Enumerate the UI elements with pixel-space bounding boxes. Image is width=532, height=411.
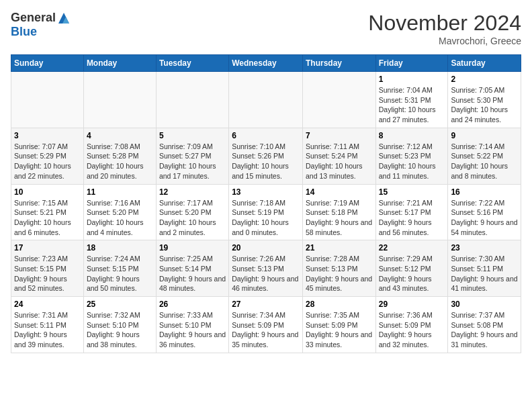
day-info: Sunrise: 7:31 AM Sunset: 5:11 PM Dayligh… [14,310,81,350]
day-info: Sunrise: 7:14 AM Sunset: 5:22 PM Dayligh… [451,142,518,181]
calendar-cell: 16Sunrise: 7:22 AM Sunset: 5:16 PM Dayli… [448,184,521,240]
weekday-header-sunday: Sunday [11,55,84,72]
calendar-cell: 20Sunrise: 7:26 AM Sunset: 5:13 PM Dayli… [229,240,303,297]
month-title: November 2024 [368,11,521,36]
calendar-cell: 9Sunrise: 7:14 AM Sunset: 5:22 PM Daylig… [448,128,521,184]
day-info: Sunrise: 7:19 AM Sunset: 5:18 PM Dayligh… [306,198,373,238]
calendar-cell: 7Sunrise: 7:11 AM Sunset: 5:24 PM Daylig… [302,128,375,184]
day-number: 20 [232,243,300,253]
calendar-cell: 5Sunrise: 7:09 AM Sunset: 5:27 PM Daylig… [156,128,228,184]
logo-icon [57,11,71,25]
calendar-week-4: 17Sunrise: 7:23 AM Sunset: 5:15 PM Dayli… [11,240,521,297]
day-info: Sunrise: 7:37 AM Sunset: 5:08 PM Dayligh… [451,310,518,350]
calendar-cell: 15Sunrise: 7:21 AM Sunset: 5:17 PM Dayli… [375,184,448,240]
day-info: Sunrise: 7:26 AM Sunset: 5:13 PM Dayligh… [232,254,300,293]
calendar-cell: 26Sunrise: 7:33 AM Sunset: 5:10 PM Dayli… [156,297,228,353]
calendar-cell: 28Sunrise: 7:35 AM Sunset: 5:09 PM Dayli… [302,297,375,353]
calendar-cell: 30Sunrise: 7:37 AM Sunset: 5:08 PM Dayli… [448,297,521,353]
day-number: 13 [232,187,300,197]
day-info: Sunrise: 7:16 AM Sunset: 5:20 PM Dayligh… [87,198,153,238]
calendar-cell: 24Sunrise: 7:31 AM Sunset: 5:11 PM Dayli… [11,297,84,353]
calendar-week-1: 1Sunrise: 7:04 AM Sunset: 5:31 PM Daylig… [11,72,521,128]
day-number: 17 [14,243,81,253]
day-info: Sunrise: 7:24 AM Sunset: 5:15 PM Dayligh… [87,254,153,293]
title-block: November 2024 Mavrochori, Greece [368,11,521,46]
day-number: 9 [451,131,518,140]
day-number: 11 [87,187,153,197]
calendar-cell: 12Sunrise: 7:17 AM Sunset: 5:20 PM Dayli… [156,184,228,240]
calendar-cell: 3Sunrise: 7:07 AM Sunset: 5:29 PM Daylig… [11,128,84,184]
day-info: Sunrise: 7:32 AM Sunset: 5:10 PM Dayligh… [87,310,153,350]
day-number: 28 [306,300,373,309]
calendar-cell [83,72,156,128]
calendar-cell [11,72,84,128]
day-info: Sunrise: 7:05 AM Sunset: 5:30 PM Dayligh… [451,85,518,125]
day-info: Sunrise: 7:28 AM Sunset: 5:13 PM Dayligh… [306,254,373,293]
day-info: Sunrise: 7:25 AM Sunset: 5:14 PM Dayligh… [159,254,226,293]
day-info: Sunrise: 7:09 AM Sunset: 5:27 PM Dayligh… [159,142,226,181]
day-info: Sunrise: 7:08 AM Sunset: 5:28 PM Dayligh… [87,142,153,181]
day-number: 30 [451,300,518,309]
day-number: 12 [159,187,226,197]
day-info: Sunrise: 7:11 AM Sunset: 5:24 PM Dayligh… [306,142,373,181]
weekday-header-tuesday: Tuesday [156,55,228,72]
day-number: 6 [232,131,300,140]
day-number: 24 [14,300,81,309]
calendar-cell: 1Sunrise: 7:04 AM Sunset: 5:31 PM Daylig… [375,72,448,128]
day-number: 3 [14,131,81,140]
logo-blue-text: Blue [11,25,37,39]
page-header: General Blue November 2024 Mavrochori, G… [11,11,521,46]
day-number: 19 [159,243,226,253]
day-number: 14 [306,187,373,197]
calendar-week-5: 24Sunrise: 7:31 AM Sunset: 5:11 PM Dayli… [11,297,521,353]
day-number: 18 [87,243,153,253]
calendar-cell: 2Sunrise: 7:05 AM Sunset: 5:30 PM Daylig… [448,72,521,128]
day-info: Sunrise: 7:35 AM Sunset: 5:09 PM Dayligh… [306,310,373,350]
calendar-cell: 21Sunrise: 7:28 AM Sunset: 5:13 PM Dayli… [302,240,375,297]
day-info: Sunrise: 7:30 AM Sunset: 5:11 PM Dayligh… [451,254,518,293]
calendar-cell: 29Sunrise: 7:36 AM Sunset: 5:09 PM Dayli… [375,297,448,353]
calendar-cell: 8Sunrise: 7:12 AM Sunset: 5:23 PM Daylig… [375,128,448,184]
day-number: 29 [379,300,445,309]
day-number: 21 [306,243,373,253]
calendar-cell [229,72,303,128]
day-info: Sunrise: 7:18 AM Sunset: 5:19 PM Dayligh… [232,198,300,238]
weekday-header-thursday: Thursday [302,55,375,72]
calendar-cell: 11Sunrise: 7:16 AM Sunset: 5:20 PM Dayli… [83,184,156,240]
calendar-cell: 25Sunrise: 7:32 AM Sunset: 5:10 PM Dayli… [83,297,156,353]
logo-general-text: General [11,11,56,25]
calendar-week-3: 10Sunrise: 7:15 AM Sunset: 5:21 PM Dayli… [11,184,521,240]
day-info: Sunrise: 7:15 AM Sunset: 5:21 PM Dayligh… [14,198,81,238]
weekday-header-saturday: Saturday [448,55,521,72]
day-info: Sunrise: 7:29 AM Sunset: 5:12 PM Dayligh… [379,254,445,293]
calendar-cell: 10Sunrise: 7:15 AM Sunset: 5:21 PM Dayli… [11,184,84,240]
day-number: 22 [379,243,445,253]
calendar-cell [156,72,228,128]
weekday-header-row: SundayMondayTuesdayWednesdayThursdayFrid… [11,55,521,72]
location-subtitle: Mavrochori, Greece [368,36,521,46]
calendar-cell [302,72,375,128]
day-info: Sunrise: 7:36 AM Sunset: 5:09 PM Dayligh… [379,310,445,350]
day-number: 8 [379,131,445,140]
calendar-cell: 27Sunrise: 7:34 AM Sunset: 5:09 PM Dayli… [229,297,303,353]
calendar-cell: 19Sunrise: 7:25 AM Sunset: 5:14 PM Dayli… [156,240,228,297]
weekday-header-monday: Monday [83,55,156,72]
day-info: Sunrise: 7:07 AM Sunset: 5:29 PM Dayligh… [14,142,81,181]
calendar-table: SundayMondayTuesdayWednesdayThursdayFrid… [11,54,521,353]
day-info: Sunrise: 7:34 AM Sunset: 5:09 PM Dayligh… [232,310,300,350]
day-number: 26 [159,300,226,309]
calendar-cell: 13Sunrise: 7:18 AM Sunset: 5:19 PM Dayli… [229,184,303,240]
day-number: 23 [451,243,518,253]
day-number: 25 [87,300,153,309]
weekday-header-wednesday: Wednesday [229,55,303,72]
day-info: Sunrise: 7:04 AM Sunset: 5:31 PM Dayligh… [379,85,445,125]
calendar-cell: 18Sunrise: 7:24 AM Sunset: 5:15 PM Dayli… [83,240,156,297]
day-number: 10 [14,187,81,197]
day-number: 7 [306,131,373,140]
day-info: Sunrise: 7:21 AM Sunset: 5:17 PM Dayligh… [379,198,445,238]
calendar-cell: 17Sunrise: 7:23 AM Sunset: 5:15 PM Dayli… [11,240,84,297]
day-number: 4 [87,131,153,140]
day-number: 27 [232,300,300,309]
day-number: 16 [451,187,518,197]
weekday-header-friday: Friday [375,55,448,72]
